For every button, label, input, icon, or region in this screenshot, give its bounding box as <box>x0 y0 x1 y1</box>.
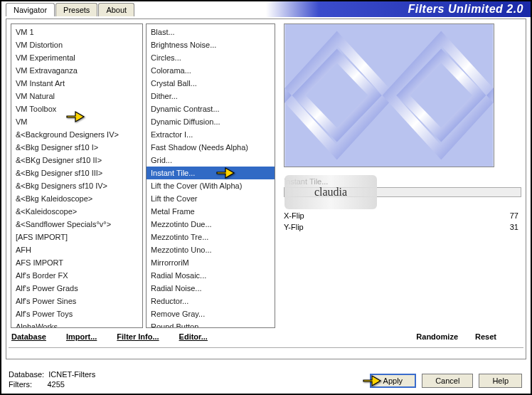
list-item[interactable]: Alf's Power Sines <box>11 295 142 307</box>
apply-button[interactable]: Apply <box>370 374 417 388</box>
preview-svg <box>284 24 494 167</box>
list-item[interactable]: Brightness Noise... <box>147 38 275 51</box>
tab-about[interactable]: About <box>98 3 134 16</box>
list-item[interactable]: Dither... <box>147 90 275 102</box>
status-info: Database: ICNET-Filters Filters: 4255 <box>9 369 95 389</box>
dialog-buttons: Apply Cancel Help <box>370 374 522 388</box>
list-item[interactable]: &<Bkg Kaleidoscope> <box>11 192 142 205</box>
param-value: 77 <box>510 211 518 220</box>
list-item[interactable]: MirrorroriM <box>147 256 275 269</box>
param-row: Y-Flip 31 <box>284 221 521 233</box>
tab-strip: Navigator Presets About <box>6 3 135 16</box>
help-button[interactable]: Help <box>479 374 522 388</box>
main-panel: VM 1VM DistortionVM ExperimentalVM Extra… <box>6 19 526 359</box>
link-import[interactable]: Import... <box>66 332 97 341</box>
list-item[interactable]: Instant Tile... <box>147 167 275 179</box>
list-item[interactable]: AFH <box>11 243 142 256</box>
list-item[interactable]: Mezzotinto Tre... <box>147 231 275 243</box>
filters-label: Filters: <box>9 380 32 389</box>
filters-count: 4255 <box>47 380 64 389</box>
list-item[interactable]: VM Instant Art <box>11 77 142 90</box>
list-item[interactable]: &<Bkg Designer sf10 III> <box>11 167 142 179</box>
tab-navigator[interactable]: Navigator <box>6 3 55 16</box>
list-item[interactable]: Radial Noise... <box>147 282 275 295</box>
list-item[interactable]: VM Extravaganza <box>11 64 142 77</box>
bottom-links-left: Database Import... Filter Info... Editor… <box>11 332 208 341</box>
list-item[interactable]: Dynamic Contrast... <box>147 102 275 115</box>
list-item[interactable]: Fast Shadow (Needs Alpha) <box>147 141 275 154</box>
list-item[interactable]: &<Bkg Designer sf10 I> <box>11 141 142 154</box>
link-filterinfo[interactable]: Filter Info... <box>117 332 159 341</box>
list-item[interactable]: Alf's Power Toys <box>11 307 142 320</box>
list-item[interactable]: Lift the Cover <box>147 192 275 205</box>
list-item[interactable]: Circles... <box>147 51 275 64</box>
list-item[interactable]: Alf's Border FX <box>11 269 142 282</box>
param-value: 31 <box>510 223 518 231</box>
list-item[interactable]: [AFS IMPORT] <box>11 231 142 243</box>
param-row: X-Flip 77 <box>284 210 521 221</box>
list-item[interactable]: &<Sandflower Specials°v°> <box>11 218 142 231</box>
list-item[interactable]: Metal Frame <box>147 205 275 218</box>
list-item[interactable]: Lift the Cover (With Alpha) <box>147 179 275 192</box>
list-item[interactable]: Remove Gray... <box>147 307 275 320</box>
link-editor[interactable]: Editor... <box>179 332 208 341</box>
param-label: Y-Flip <box>284 223 304 231</box>
list-item[interactable]: &<BKg Designer sf10 II> <box>11 154 142 167</box>
list-item[interactable]: VM Toolbox <box>11 102 142 115</box>
list-item[interactable]: &<Bkg Designers sf10 IV> <box>11 179 142 192</box>
preview-image <box>284 23 494 167</box>
bottom-links-right: Randomize Reset <box>416 332 496 341</box>
list-item[interactable]: Alf's Power Grads <box>11 282 142 295</box>
list-item[interactable]: AlphaWorks <box>11 320 142 328</box>
cancel-button[interactable]: Cancel <box>422 374 473 388</box>
progress-bar <box>284 187 521 197</box>
list-item[interactable]: Grid... <box>147 154 275 167</box>
list-item[interactable]: VM Natural <box>11 90 142 102</box>
list-item[interactable]: AFS IMPORT <box>11 256 142 269</box>
list-item[interactable]: Crystal Ball... <box>147 77 275 90</box>
right-pane: Instant Tile... X-Flip 77 Y-Flip 31 <box>278 23 521 354</box>
list-item[interactable]: Blast... <box>147 26 275 38</box>
list-item[interactable]: Dynamic Diffusion... <box>147 115 275 128</box>
list-item[interactable]: VM Experimental <box>11 51 142 64</box>
list-item[interactable]: &<Background Designers IV> <box>11 128 142 141</box>
list-item[interactable]: Colorama... <box>147 64 275 77</box>
list-item[interactable]: Reductor... <box>147 295 275 307</box>
list-item[interactable]: VM 1 <box>11 26 142 38</box>
separator <box>9 347 523 348</box>
category-list[interactable]: VM 1VM DistortionVM ExperimentalVM Extra… <box>11 23 143 328</box>
link-reset[interactable]: Reset <box>475 332 496 341</box>
db-name: ICNET-Filters <box>48 370 95 379</box>
list-item[interactable]: Radial Mosaic... <box>147 269 275 282</box>
link-randomize[interactable]: Randomize <box>416 332 458 341</box>
list-item[interactable]: VM <box>11 115 142 128</box>
list-item[interactable]: VM Distortion <box>11 38 142 51</box>
param-label: X-Flip <box>284 211 304 220</box>
tab-presets[interactable]: Presets <box>55 3 97 16</box>
list-item[interactable]: &<Kaleidoscope> <box>11 205 142 218</box>
db-label: Database: <box>9 370 44 379</box>
list-item[interactable]: Extractor I... <box>147 128 275 141</box>
current-filter-label: Instant Tile... <box>284 174 521 187</box>
app-title: Filters Unlimited 2.0 <box>408 3 523 16</box>
link-database[interactable]: Database <box>11 332 46 341</box>
parameter-area: X-Flip 77 Y-Flip 31 <box>284 210 521 233</box>
filter-list[interactable]: Blast...Brightness Noise...Circles...Col… <box>146 23 275 328</box>
list-item[interactable]: Round Button... <box>147 320 275 328</box>
list-item[interactable]: Mezzotinto Due... <box>147 218 275 231</box>
list-item[interactable]: Mezzotinto Uno... <box>147 243 275 256</box>
